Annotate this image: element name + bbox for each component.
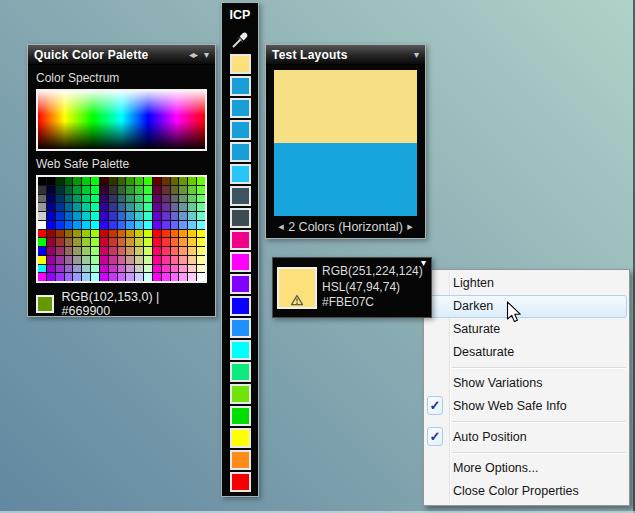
icp-color-swatch[interactable]	[230, 120, 251, 140]
palette-cell[interactable]	[162, 238, 170, 246]
palette-cell[interactable]	[91, 256, 99, 264]
palette-cell[interactable]	[135, 221, 143, 229]
icp-color-swatch[interactable]	[230, 98, 251, 118]
palette-cell[interactable]	[188, 212, 196, 220]
palette-cell[interactable]	[82, 177, 90, 185]
palette-cell[interactable]	[188, 247, 196, 255]
palette-cell[interactable]	[100, 238, 108, 246]
palette-cell[interactable]	[144, 177, 152, 185]
palette-cell[interactable]	[109, 212, 117, 220]
palette-cell[interactable]	[197, 238, 205, 246]
palette-cell[interactable]	[118, 221, 126, 229]
palette-cell[interactable]	[73, 177, 81, 185]
palette-cell[interactable]	[109, 256, 117, 264]
palette-cell[interactable]	[179, 212, 187, 220]
palette-cell[interactable]	[47, 230, 55, 238]
palette-cell[interactable]	[65, 265, 73, 273]
palette-cell[interactable]	[171, 247, 179, 255]
palette-cell[interactable]	[109, 238, 117, 246]
palette-cell[interactable]	[38, 256, 46, 264]
palette-cell[interactable]	[118, 186, 126, 194]
palette-cell[interactable]	[100, 221, 108, 229]
palette-cell[interactable]	[179, 177, 187, 185]
palette-cell[interactable]	[197, 221, 205, 229]
palette-cell[interactable]	[47, 177, 55, 185]
palette-cell[interactable]	[82, 256, 90, 264]
palette-cell[interactable]	[56, 221, 64, 229]
palette-cell[interactable]	[47, 247, 55, 255]
palette-cell[interactable]	[100, 265, 108, 273]
palette-cell[interactable]	[126, 203, 134, 211]
palette-cell[interactable]	[153, 247, 161, 255]
palette-cell[interactable]	[153, 256, 161, 264]
palette-cell[interactable]	[47, 265, 55, 273]
palette-cell[interactable]	[47, 203, 55, 211]
palette-cell[interactable]	[47, 256, 55, 264]
menu-item-darken[interactable]: Darken	[426, 295, 627, 318]
palette-cell[interactable]	[171, 230, 179, 238]
palette-cell[interactable]	[179, 230, 187, 238]
palette-cell[interactable]	[162, 256, 170, 264]
palette-cell[interactable]	[73, 238, 81, 246]
palette-cell[interactable]	[118, 195, 126, 203]
palette-cell[interactable]	[135, 203, 143, 211]
palette-cell[interactable]	[126, 230, 134, 238]
icp-color-swatch[interactable]	[230, 362, 251, 382]
palette-cell[interactable]	[179, 256, 187, 264]
palette-cell[interactable]	[162, 273, 170, 281]
palette-cell[interactable]	[100, 230, 108, 238]
layout-preview[interactable]	[274, 70, 417, 216]
palette-cell[interactable]	[38, 221, 46, 229]
palette-cell[interactable]	[100, 256, 108, 264]
icp-color-swatch[interactable]	[230, 186, 251, 206]
icp-color-swatch[interactable]	[230, 76, 251, 96]
palette-cell[interactable]	[47, 212, 55, 220]
palette-cell[interactable]	[197, 265, 205, 273]
palette-cell[interactable]	[153, 221, 161, 229]
palette-cell[interactable]	[135, 177, 143, 185]
palette-cell[interactable]	[38, 203, 46, 211]
palette-cell[interactable]	[38, 195, 46, 203]
palette-cell[interactable]	[47, 186, 55, 194]
palette-cell[interactable]	[118, 273, 126, 281]
palette-cell[interactable]	[135, 238, 143, 246]
palette-cell[interactable]	[188, 273, 196, 281]
icp-color-swatch[interactable]	[230, 54, 251, 74]
icp-color-swatch[interactable]	[230, 274, 251, 294]
palette-cell[interactable]	[91, 203, 99, 211]
palette-cell[interactable]	[197, 247, 205, 255]
palette-cell[interactable]	[73, 203, 81, 211]
palette-cell[interactable]	[135, 273, 143, 281]
palette-cell[interactable]	[47, 238, 55, 246]
palette-cell[interactable]	[47, 195, 55, 203]
palette-cell[interactable]	[197, 230, 205, 238]
selected-color-swatch[interactable]	[277, 267, 317, 309]
menu-item-desaturate[interactable]: Desaturate	[424, 341, 629, 364]
palette-cell[interactable]	[153, 230, 161, 238]
menu-item-auto-position[interactable]: Auto Position✓	[424, 426, 629, 449]
palette-cell[interactable]	[126, 256, 134, 264]
palette-cell[interactable]	[144, 221, 152, 229]
palette-cell[interactable]	[171, 177, 179, 185]
palette-cell[interactable]	[82, 238, 90, 246]
palette-cell[interactable]	[82, 247, 90, 255]
palette-cell[interactable]	[100, 247, 108, 255]
palette-cell[interactable]	[153, 238, 161, 246]
palette-cell[interactable]	[179, 273, 187, 281]
palette-cell[interactable]	[65, 195, 73, 203]
palette-cell[interactable]	[38, 265, 46, 273]
palette-cell[interactable]	[188, 221, 196, 229]
palette-cell[interactable]	[100, 186, 108, 194]
menu-item-saturate[interactable]: Saturate	[424, 318, 629, 341]
prev-layout-arrow-icon[interactable]: ◂	[274, 220, 288, 233]
palette-cell[interactable]	[153, 203, 161, 211]
palette-cell[interactable]	[171, 203, 179, 211]
palette-cell[interactable]	[38, 273, 46, 281]
palette-cell[interactable]	[38, 212, 46, 220]
palette-cell[interactable]	[73, 247, 81, 255]
palette-cell[interactable]	[82, 221, 90, 229]
chevron-down-icon[interactable]: ▾	[414, 50, 419, 60]
palette-cell[interactable]	[179, 195, 187, 203]
palette-cell[interactable]	[144, 265, 152, 273]
palette-cell[interactable]	[144, 256, 152, 264]
